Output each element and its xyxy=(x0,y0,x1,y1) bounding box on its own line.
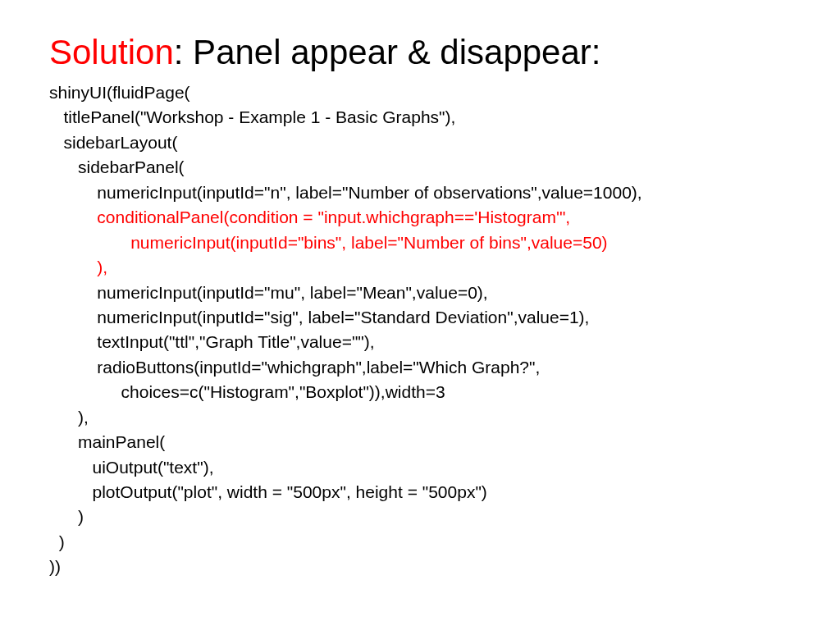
code-line: choices=c("Histogram","Boxplot")),width=… xyxy=(49,382,445,401)
code-line: numericInput(inputId="n", label="Number … xyxy=(49,183,642,202)
code-line-highlight: numericInput(inputId="bins", label="Numb… xyxy=(49,233,608,252)
code-block: shinyUI(fluidPage( titlePanel("Workshop … xyxy=(49,80,791,580)
code-line: sidebarPanel( xyxy=(49,158,185,176)
code-line: uiOutput("text"), xyxy=(49,458,213,477)
slide-title: Solution: Panel appear & disappear: xyxy=(49,33,791,72)
code-line-highlight: ), xyxy=(49,258,107,276)
code-line: plotOutput("plot", width = "500px", heig… xyxy=(49,482,487,501)
code-line-highlight: conditionalPanel(condition = "input.whic… xyxy=(49,208,570,226)
code-line: )) xyxy=(49,557,61,576)
code-line: ) xyxy=(49,532,65,551)
code-line: radioButtons(inputId="whichgraph",label=… xyxy=(49,358,540,377)
code-line: titlePanel("Workshop - Example 1 - Basic… xyxy=(49,107,455,126)
title-keyword: Solution xyxy=(49,33,174,71)
code-line: ), xyxy=(49,408,89,427)
title-rest: : Panel appear & disappear: xyxy=(174,33,601,71)
code-line: ) xyxy=(49,507,84,526)
code-line: textInput("ttl","Graph Title",value=""), xyxy=(49,332,375,351)
code-line: mainPanel( xyxy=(49,432,165,451)
slide: Solution: Panel appear & disappear: shin… xyxy=(0,0,840,630)
code-line: numericInput(inputId="sig", label="Stand… xyxy=(49,308,589,326)
code-line: shinyUI(fluidPage( xyxy=(49,83,190,102)
code-line: sidebarLayout( xyxy=(49,133,177,152)
code-line: numericInput(inputId="mu", label="Mean",… xyxy=(49,283,488,302)
